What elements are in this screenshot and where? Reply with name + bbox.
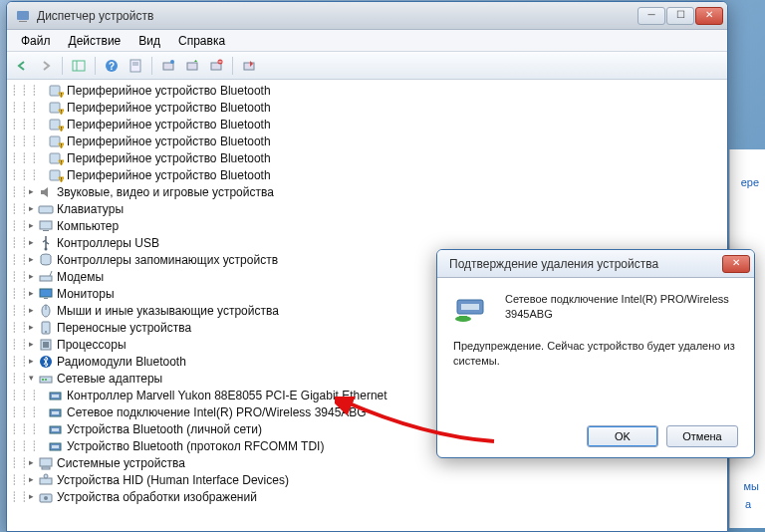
audio-icon xyxy=(38,184,54,200)
tree-row[interactable]: ┊ ┊ ┊!Периферийное устройство Bluetooth xyxy=(7,149,727,166)
window-title: Диспетчер устройств xyxy=(37,9,638,23)
svg-rect-25 xyxy=(50,136,60,146)
separator xyxy=(62,57,63,75)
tree-row[interactable]: ┊ ┊ ┊!Периферийное устройство Bluetooth xyxy=(7,82,727,99)
confirm-uninstall-dialog: Подтверждение удаления устройства ✕ Сете… xyxy=(436,249,755,458)
tree-row[interactable]: ┊ ┊ ┊!Периферийное устройство Bluetooth xyxy=(7,166,727,183)
tree-item-label: Модемы xyxy=(57,270,104,284)
tree-row[interactable]: ┊ ┊▸Устройства обработки изображений xyxy=(7,488,727,505)
close-button[interactable]: ✕ xyxy=(695,7,723,25)
tree-indent: ┊ ┊ xyxy=(11,186,26,197)
separator xyxy=(151,57,152,75)
properties-button[interactable] xyxy=(125,55,146,77)
collapse-icon[interactable]: ▾ xyxy=(26,374,36,384)
tree-row[interactable]: ┊ ┊ ┊!Периферийное устройство Bluetooth xyxy=(7,133,727,149)
svg-point-52 xyxy=(45,379,47,381)
dialog-close-button[interactable]: ✕ xyxy=(722,255,750,273)
expand-icon[interactable]: ▸ xyxy=(26,204,36,214)
uninstall-button[interactable] xyxy=(205,55,227,77)
bt-warn-icon: ! xyxy=(48,133,64,149)
mouse-icon xyxy=(38,303,54,319)
update-button[interactable] xyxy=(181,55,203,77)
tree-indent: ┊ ┊ ┊ xyxy=(11,390,36,400)
tree-indent: ┊ ┊ ┊ xyxy=(11,119,36,130)
svg-point-37 xyxy=(45,247,48,250)
nic-icon xyxy=(48,388,64,403)
expand-icon[interactable]: ▸ xyxy=(26,357,36,367)
expand-icon[interactable]: ▸ xyxy=(26,340,36,350)
dialog-warning-text: Предупреждение. Сейчас устройство будет … xyxy=(453,339,738,370)
tree-item-label: Контроллер Marvell Yukon 88E8055 PCI-E G… xyxy=(67,389,386,402)
svg-point-10 xyxy=(170,60,174,64)
forward-button[interactable] xyxy=(35,55,57,77)
tree-indent: ┊ ┊ xyxy=(11,356,26,367)
cpu-icon xyxy=(38,337,54,353)
tree-indent: ┊ ┊ ┊ xyxy=(11,152,36,163)
svg-rect-36 xyxy=(43,230,49,231)
menu-view[interactable]: Вид xyxy=(130,32,168,50)
disable-button[interactable] xyxy=(238,55,260,77)
bt-warn-icon: ! xyxy=(48,150,64,166)
tree-item-label: Периферийное устройство Bluetooth xyxy=(67,168,270,182)
expand-icon[interactable]: ▸ xyxy=(26,458,36,468)
tree-indent: ┊ ┊ xyxy=(11,305,26,316)
dialog-titlebar[interactable]: Подтверждение удаления устройства ✕ xyxy=(437,250,754,278)
expand-icon[interactable]: ▸ xyxy=(26,492,36,502)
help-button[interactable]: ? xyxy=(101,55,123,77)
scan-button[interactable] xyxy=(157,55,179,77)
svg-rect-60 xyxy=(52,445,59,448)
menubar: Файл Действие Вид Справка xyxy=(7,30,727,52)
maximize-button[interactable]: ☐ xyxy=(666,7,694,25)
tree-indent: ┊ ┊ ┊ xyxy=(11,135,36,146)
tree-indent: ┊ ┊ xyxy=(11,271,26,282)
expand-icon[interactable]: ▸ xyxy=(26,187,36,197)
expand-icon[interactable]: ▸ xyxy=(26,255,36,265)
minimize-button[interactable]: ─ xyxy=(638,7,665,25)
tree-indent: ┊ ┊ xyxy=(11,203,26,214)
titlebar[interactable]: Диспетчер устройств ─ ☐ ✕ xyxy=(7,2,727,30)
svg-rect-31 xyxy=(50,170,60,180)
svg-rect-19 xyxy=(50,103,60,113)
expand-icon[interactable]: ▸ xyxy=(26,475,36,485)
expand-icon[interactable]: ▸ xyxy=(26,272,36,282)
expand-icon[interactable]: ▸ xyxy=(26,289,36,299)
expand-icon[interactable]: ▸ xyxy=(26,238,36,248)
expand-icon[interactable]: ▸ xyxy=(26,323,36,333)
show-button[interactable] xyxy=(68,55,90,77)
menu-help[interactable]: Справка xyxy=(170,32,233,50)
tree-row[interactable]: ┊ ┊▸Звуковые, видео и игровые устройства xyxy=(7,183,727,200)
bg-text: а xyxy=(745,498,751,510)
svg-rect-9 xyxy=(163,63,173,70)
bt-icon xyxy=(38,354,54,370)
tree-item-label: Процессоры xyxy=(57,338,127,352)
svg-point-46 xyxy=(45,331,47,333)
tree-leaf xyxy=(36,170,46,180)
tree-row[interactable]: ┊ ┊▸Клавиатуры xyxy=(7,200,727,217)
tree-row[interactable]: ┊ ┊ ┊!Периферийное устройство Bluetooth xyxy=(7,99,727,116)
tree-indent: ┊ ┊ xyxy=(11,237,26,248)
imaging-icon xyxy=(38,489,54,505)
cancel-button[interactable]: Отмена xyxy=(666,425,738,447)
tree-indent: ┊ ┊ xyxy=(11,322,26,333)
tree-row[interactable]: ┊ ┊ ┊!Периферийное устройство Bluetooth xyxy=(7,116,727,133)
expand-icon[interactable]: ▸ xyxy=(26,221,36,231)
tree-indent: ┊ ┊ ┊ xyxy=(11,423,36,434)
menu-action[interactable]: Действие xyxy=(61,32,129,50)
tree-indent: ┊ ┊ xyxy=(11,457,26,468)
separator xyxy=(232,57,233,75)
expand-icon[interactable]: ▸ xyxy=(26,306,36,316)
tree-item-label: Устройства HID (Human Interface Devices) xyxy=(57,473,289,487)
ok-button[interactable]: OK xyxy=(587,425,658,447)
svg-rect-56 xyxy=(52,411,59,414)
menu-file[interactable]: Файл xyxy=(13,32,59,50)
system-icon xyxy=(38,455,54,471)
back-button[interactable] xyxy=(11,55,33,77)
svg-rect-58 xyxy=(52,428,59,431)
svg-rect-62 xyxy=(42,467,50,469)
tree-row[interactable]: ┊ ┊▸Компьютер xyxy=(7,217,727,234)
computer-icon xyxy=(38,218,54,234)
usb-icon xyxy=(38,235,54,251)
tree-row[interactable]: ┊ ┊▸Устройства HID (Human Interface Devi… xyxy=(7,471,727,488)
tree-item-label: Устройство Bluetooth (протокол RFCOMM TD… xyxy=(67,439,324,453)
tree-leaf xyxy=(36,424,46,434)
